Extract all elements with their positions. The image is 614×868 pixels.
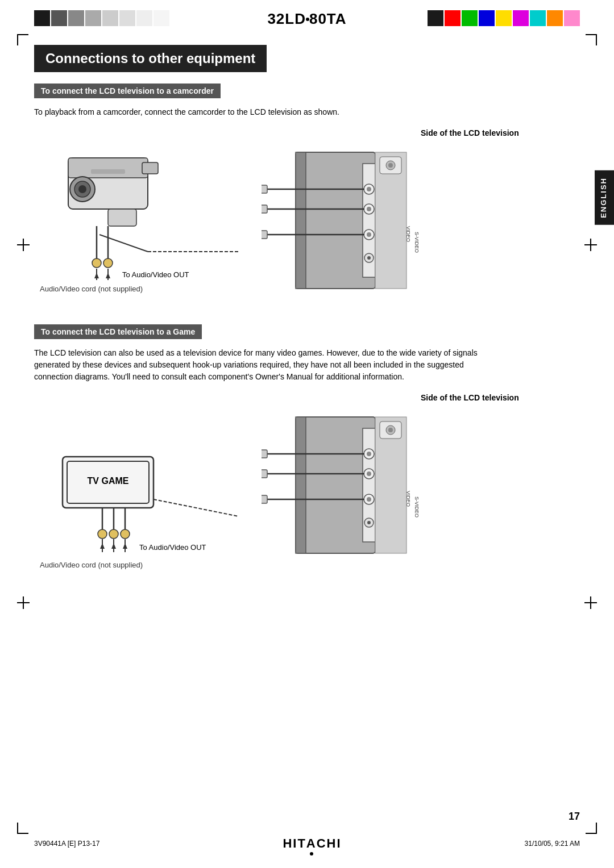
bar-1 bbox=[34, 10, 50, 26]
svg-line-18 bbox=[99, 235, 148, 252]
game-body-text: The LCD television can also be used as a… bbox=[34, 347, 489, 383]
corner-mark-bl bbox=[17, 823, 28, 834]
hitachi-logo: HITACHI bbox=[283, 836, 341, 851]
crosshair-right-2 bbox=[584, 596, 597, 609]
svg-rect-6 bbox=[108, 209, 136, 226]
color-bar-pink bbox=[564, 10, 580, 26]
svg-point-25 bbox=[367, 207, 371, 211]
grayscale-bars bbox=[34, 10, 169, 26]
svg-point-53 bbox=[109, 529, 118, 539]
svg-text:S-VIDEO: S-VIDEO bbox=[414, 496, 420, 518]
svg-marker-15 bbox=[106, 273, 110, 278]
color-bar-magenta bbox=[513, 10, 529, 26]
crosshair-right-1 bbox=[584, 239, 597, 251]
game-left-diagram: TV GAME bbox=[34, 411, 262, 569]
main-content: Connections to other equipment To connec… bbox=[0, 34, 614, 595]
svg-point-27 bbox=[367, 232, 371, 237]
svg-text:S-VIDEO: S-VIDEO bbox=[414, 232, 420, 253]
bar-2 bbox=[51, 10, 67, 26]
color-bars bbox=[428, 10, 580, 26]
camcorder-tv-diagram: AUDIO - R INPUT IN VIDEO S-VIDEO bbox=[262, 147, 432, 307]
svg-point-70 bbox=[367, 497, 371, 502]
svg-point-4 bbox=[78, 185, 86, 193]
svg-marker-13 bbox=[94, 273, 99, 278]
footer-right: 31/10/05, 9:21 AM bbox=[525, 840, 580, 848]
hitachi-dot: A bbox=[306, 836, 317, 851]
camcorder-body-text: To playback from a camcorder, connect th… bbox=[34, 106, 460, 118]
svg-point-11 bbox=[103, 258, 113, 268]
game-diagram-label: Side of the LCD television bbox=[421, 393, 580, 402]
color-bar-red bbox=[445, 10, 460, 26]
crosshair-left-2 bbox=[17, 596, 30, 609]
svg-rect-76 bbox=[262, 450, 267, 458]
svg-rect-34 bbox=[262, 205, 267, 213]
svg-point-23 bbox=[367, 187, 371, 191]
color-bar-black bbox=[428, 10, 443, 26]
corner-mark-br bbox=[586, 823, 597, 834]
lcd-side-svg-2: AUDIO - R INPUT IN VIDEO S-VIDEO bbox=[262, 411, 426, 570]
svg-rect-7 bbox=[91, 169, 125, 174]
svg-text:To Audio/Video OUT: To Audio/Video OUT bbox=[139, 543, 206, 552]
svg-point-10 bbox=[92, 258, 101, 268]
page-header: 32LD80TA bbox=[0, 0, 614, 34]
color-bar-yellow bbox=[496, 10, 512, 26]
english-tab: ENGLISH bbox=[595, 170, 614, 225]
camcorder-diagram-label: Side of the LCD television bbox=[421, 128, 580, 137]
svg-text:TV GAME: TV GAME bbox=[88, 476, 129, 486]
game-svg: TV GAME bbox=[34, 411, 250, 570]
camcorder-section: To connect the LCD television to a camco… bbox=[34, 84, 580, 307]
page-number: 17 bbox=[569, 811, 580, 823]
svg-point-72 bbox=[367, 521, 371, 524]
corner-mark-tl bbox=[17, 34, 28, 45]
svg-point-66 bbox=[367, 452, 371, 456]
bar-5 bbox=[102, 10, 118, 26]
camcorder-svg: To Audio/Video OUT bbox=[34, 147, 250, 294]
corner-mark-tr bbox=[586, 34, 597, 45]
page-footer: 3V90441A [E] P13-17 HITACHI 31/10/05, 9:… bbox=[0, 836, 614, 851]
svg-line-48 bbox=[154, 499, 239, 516]
bar-3 bbox=[68, 10, 84, 26]
svg-point-44 bbox=[388, 163, 393, 168]
svg-point-29 bbox=[367, 256, 371, 260]
color-bar-green bbox=[462, 10, 478, 26]
svg-rect-77 bbox=[262, 470, 267, 478]
svg-rect-35 bbox=[262, 231, 267, 239]
bar-4 bbox=[85, 10, 101, 26]
color-bar-cyan bbox=[530, 10, 546, 26]
svg-rect-1 bbox=[68, 158, 148, 178]
color-bar-orange bbox=[547, 10, 563, 26]
svg-rect-63 bbox=[296, 417, 306, 553]
svg-marker-58 bbox=[111, 543, 116, 549]
game-header: To connect the LCD television to a Game bbox=[34, 324, 202, 339]
footer-left: 3V90441A [E] P13-17 bbox=[34, 840, 99, 848]
bar-8 bbox=[154, 10, 169, 26]
lcd-side-svg-1: AUDIO - R INPUT IN VIDEO S-VIDEO bbox=[262, 147, 426, 306]
camcorder-header: To connect the LCD television to a camco… bbox=[34, 84, 221, 98]
svg-rect-33 bbox=[262, 185, 267, 193]
bar-6 bbox=[119, 10, 135, 26]
color-bar-blue bbox=[479, 10, 495, 26]
crosshair-left-1 bbox=[17, 239, 30, 251]
svg-marker-60 bbox=[123, 543, 127, 549]
model-dot bbox=[306, 18, 309, 21]
game-tv-diagram: AUDIO - R INPUT IN VIDEO S-VIDEO bbox=[262, 411, 432, 572]
svg-text:To Audio/Video OUT: To Audio/Video OUT bbox=[122, 270, 189, 279]
svg-point-68 bbox=[367, 471, 371, 476]
section-title: Connections to other equipment bbox=[34, 45, 267, 72]
svg-marker-56 bbox=[100, 543, 105, 549]
svg-rect-78 bbox=[262, 495, 267, 503]
camcorder-left-diagram: To Audio/Video OUT Audio/Video cord (not… bbox=[34, 147, 262, 293]
model-number: 32LD80TA bbox=[267, 10, 346, 28]
svg-point-52 bbox=[98, 529, 107, 539]
svg-point-54 bbox=[121, 529, 130, 539]
svg-rect-20 bbox=[296, 152, 306, 289]
game-section: To connect the LCD television to a Game … bbox=[34, 324, 580, 572]
bar-7 bbox=[136, 10, 152, 26]
svg-point-87 bbox=[388, 428, 393, 432]
svg-rect-5 bbox=[142, 162, 158, 174]
